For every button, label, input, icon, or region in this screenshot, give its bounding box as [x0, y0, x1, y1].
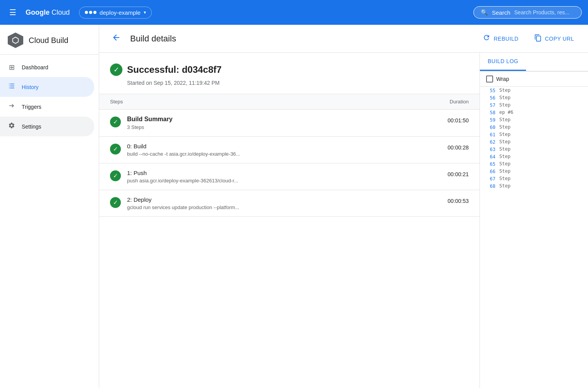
- step-info: 1: Push push asia.gcr.io/deploy-example-…: [127, 170, 430, 184]
- log-line-text: Step: [499, 168, 511, 174]
- step-check-icon: ✓: [110, 117, 121, 127]
- sidebar-item-settings[interactable]: Settings: [0, 117, 94, 136]
- build-started-text: Started on Sep 15, 2022, 11:19:42 PM: [127, 80, 469, 86]
- step-duration: 00:00:28: [430, 143, 469, 151]
- step-duration: 00:00:21: [430, 170, 469, 177]
- log-lines[interactable]: 55 Step 56 Step 57 Step 58 ep #6 59 Step…: [480, 87, 588, 388]
- sidebar-header: Cloud Build: [0, 25, 99, 55]
- log-line-text: Step: [499, 161, 511, 167]
- log-line-text: Step: [499, 139, 511, 144]
- log-line-text: Step: [499, 102, 511, 108]
- build-title-row: ✓ Successful: d034c8f7: [110, 64, 469, 76]
- sidebar-item-settings-label: Settings: [22, 124, 41, 130]
- log-line-number: 66: [485, 168, 495, 174]
- step-check-icon: ✓: [110, 197, 121, 208]
- build-status-section: ✓ Successful: d034c8f7 Started on Sep 15…: [99, 53, 480, 94]
- step-sub: 3 Steps: [127, 124, 430, 130]
- log-line-text: Step: [499, 117, 511, 122]
- log-line: 67 Step: [480, 175, 588, 182]
- build-log-tab[interactable]: BUILD LOG: [480, 53, 526, 71]
- rebuild-button[interactable]: REBUILD: [478, 31, 523, 46]
- sidebar: Cloud Build ⊞ Dashboard History Triggers: [0, 25, 99, 388]
- wrap-label: Wrap: [496, 76, 509, 82]
- wrap-checkbox[interactable]: [486, 76, 493, 82]
- hamburger-menu-icon[interactable]: ☰: [6, 5, 19, 20]
- google-cloud-logo: Google Cloud: [26, 9, 70, 17]
- log-line: 57 Step: [480, 101, 588, 109]
- steps-table-header: Steps Duration: [99, 94, 480, 110]
- log-line-text: Step: [499, 132, 511, 137]
- app-body: Cloud Build ⊞ Dashboard History Triggers: [0, 25, 588, 388]
- sidebar-item-triggers[interactable]: Triggers: [0, 97, 94, 117]
- sidebar-item-triggers-label: Triggers: [22, 104, 41, 110]
- log-controls: Wrap: [480, 72, 588, 87]
- build-log-panel: BUILD LOG Wrap 55 Step 56 Step 57 Step 5…: [480, 53, 588, 388]
- step-duration: 00:00:53: [430, 196, 469, 204]
- log-line-number: 63: [485, 146, 495, 152]
- step-name: Build Summary: [127, 116, 430, 123]
- log-line-number: 60: [485, 124, 495, 130]
- log-line-number: 56: [485, 95, 495, 101]
- log-line-text: Step: [499, 183, 511, 189]
- search-label: Search: [492, 9, 511, 16]
- log-line: 66 Step: [480, 168, 588, 175]
- log-line-text: Step: [499, 146, 511, 152]
- log-line-number: 64: [485, 154, 495, 160]
- copy-url-label: COPY URL: [545, 36, 574, 42]
- step-info: 2: Deploy gcloud run services update pro…: [127, 196, 430, 210]
- step-row-push[interactable]: ✓ 1: Push push asia.gcr.io/deploy-exampl…: [99, 163, 480, 190]
- log-line-number: 58: [485, 110, 495, 115]
- logo-text: Google Cloud: [26, 9, 70, 17]
- search-placeholder: Search Products, res...: [514, 9, 569, 15]
- sidebar-item-dashboard[interactable]: ⊞ Dashboard: [0, 58, 94, 77]
- log-line: 68 Step: [480, 182, 588, 190]
- success-check-icon: ✓: [110, 64, 122, 76]
- sidebar-item-history-label: History: [22, 84, 39, 90]
- step-duration: 00:01:50: [430, 116, 469, 124]
- dashboard-icon: ⊞: [8, 63, 15, 72]
- build-steps-panel: ✓ Successful: d034c8f7 Started on Sep 15…: [99, 53, 480, 388]
- log-line-text: Step: [499, 95, 511, 100]
- top-navigation: ☰ Google Cloud deploy-example ▾ 🔍 Search…: [0, 0, 588, 25]
- log-line-number: 65: [485, 161, 495, 167]
- log-line-text: Step: [499, 88, 511, 93]
- step-sub: build --no-cache -t asia.gcr.io/deploy-e…: [127, 151, 430, 157]
- project-selector[interactable]: deploy-example ▾: [79, 7, 152, 19]
- step-sub: push asia.gcr.io/deploy-example-362613/c…: [127, 178, 430, 184]
- log-line: 60 Step: [480, 124, 588, 131]
- log-line: 55 Step: [480, 87, 588, 94]
- page-title: Build details: [130, 34, 472, 44]
- duration-column-header: Duration: [422, 99, 469, 105]
- step-row-build[interactable]: ✓ 0: Build build --no-cache -t asia.gcr.…: [99, 137, 480, 163]
- log-line-number: 57: [485, 102, 495, 108]
- copy-url-button[interactable]: COPY URL: [530, 31, 579, 46]
- log-line: 62 Step: [480, 138, 588, 146]
- step-name: 2: Deploy: [127, 196, 430, 203]
- step-sub: gcloud run services update production --…: [127, 204, 430, 210]
- search-box[interactable]: 🔍 Search Search Products, res...: [473, 6, 582, 19]
- back-button[interactable]: [108, 30, 124, 48]
- triggers-icon: [8, 102, 15, 111]
- step-check-icon: ✓: [110, 170, 121, 181]
- rebuild-label: REBUILD: [493, 36, 518, 42]
- sidebar-item-history[interactable]: History: [0, 77, 94, 97]
- log-line-number: 62: [485, 139, 495, 145]
- log-line-number: 68: [485, 183, 495, 189]
- steps-column-header: Steps: [110, 99, 422, 105]
- log-line-number: 55: [485, 88, 495, 93]
- log-line: 61 Step: [480, 131, 588, 138]
- cloud-build-logo-icon: [8, 33, 23, 48]
- step-row-summary[interactable]: ✓ Build Summary 3 Steps 00:01:50: [99, 110, 480, 137]
- log-line: 59 Step: [480, 116, 588, 124]
- dropdown-icon: ▾: [144, 10, 146, 15]
- step-name: 0: Build: [127, 143, 430, 149]
- log-tab-row: BUILD LOG: [480, 53, 588, 72]
- log-line-number: 67: [485, 176, 495, 182]
- log-line-text: Step: [499, 124, 511, 130]
- log-line-number: 61: [485, 132, 495, 137]
- content-header: Build details REBUILD COPY URL: [99, 25, 588, 53]
- log-line-text: ep #6: [499, 110, 513, 115]
- step-row-deploy[interactable]: ✓ 2: Deploy gcloud run services update p…: [99, 190, 480, 217]
- step-info: Build Summary 3 Steps: [127, 116, 430, 130]
- step-info: 0: Build build --no-cache -t asia.gcr.io…: [127, 143, 430, 157]
